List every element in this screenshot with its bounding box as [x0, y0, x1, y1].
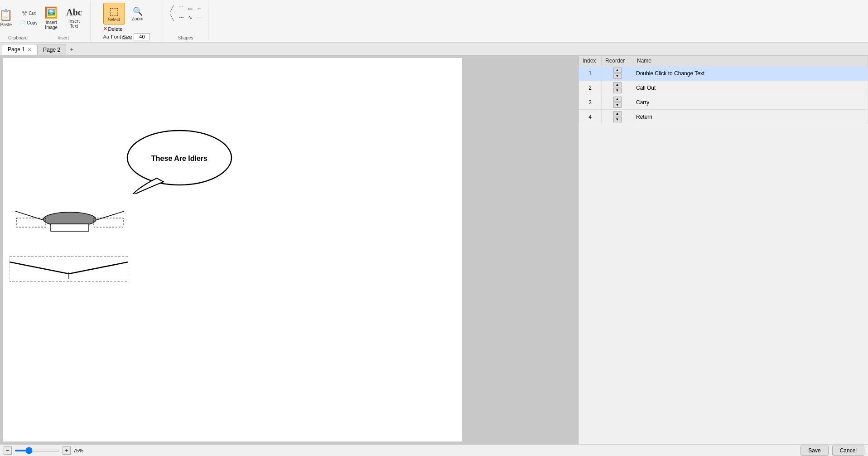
layer-index: 2	[579, 81, 602, 95]
zoom-label: Zoom	[132, 16, 144, 21]
layer-table: Index Reorder Name 1▲▼Double Click to Ch…	[579, 55, 868, 124]
delete-label: Delete	[108, 26, 123, 32]
zoom-slider[interactable]	[14, 450, 60, 451]
svg-line-2	[15, 211, 47, 221]
tools-group: ⬚ Select 🔍 Zoom ✕ Delete Aa Font Size To…	[91, 1, 163, 41]
svg-line-9	[69, 262, 128, 274]
layer-index: 4	[579, 110, 602, 124]
zoom-in-button[interactable]: +	[63, 446, 71, 455]
layer-reorder: ▲▼	[602, 95, 633, 110]
svg-line-3	[92, 211, 124, 221]
shape-curve-button[interactable]: ∿	[186, 14, 194, 22]
insert-label: Insert	[36, 35, 90, 40]
clipboard-label: Clipboard	[0, 35, 36, 40]
status-bar: − + 75% Save Cancel	[0, 444, 868, 456]
paste-label: Paste	[0, 22, 12, 27]
shapes-grid: ╱ ⌒ ▭ ⌐ ╲ 〜 ∿ —	[168, 5, 203, 22]
svg-text:These Are Idlers: These Are Idlers	[151, 155, 207, 162]
return-idler	[10, 252, 128, 284]
carry-idler	[15, 198, 124, 238]
layer-index: 3	[579, 95, 602, 110]
layer-down-button[interactable]: ▼	[613, 88, 622, 93]
select-label: Select	[108, 17, 121, 22]
tab-page1-close[interactable]: ✕	[28, 47, 31, 52]
layer-row[interactable]: 1▲▼Double Click to Change Text	[579, 66, 868, 81]
paste-icon: 📋	[0, 9, 13, 21]
shape-slash-button[interactable]: ╲	[168, 14, 176, 22]
clipboard-group: 📋 Paste ✂️ Cut 📄 Copy Clipboard	[0, 1, 36, 41]
tab-page1[interactable]: Page 1 ✕	[2, 44, 37, 55]
layer-row[interactable]: 2▲▼Call Out	[579, 81, 868, 95]
layer-name: Double Click to Change Text	[633, 66, 868, 81]
layer-row[interactable]: 3▲▼Carry	[579, 95, 868, 110]
layer-tbody: 1▲▼Double Click to Change Text2▲▼Call Ou…	[579, 66, 868, 124]
svg-rect-5	[51, 224, 89, 231]
zoom-percent-label: 75%	[73, 448, 83, 453]
select-button[interactable]: ⬚ Select	[103, 3, 125, 24]
shape-arc-button[interactable]: ⌒	[177, 5, 185, 13]
layer-reorder: ▲▼	[602, 66, 633, 81]
shape-line-button[interactable]: ╱	[168, 5, 176, 13]
col-index: Index	[579, 56, 602, 66]
status-right: Save Cancel	[800, 446, 864, 456]
zoom-button[interactable]: 🔍 Zoom	[127, 3, 149, 24]
col-reorder: Reorder	[602, 56, 633, 66]
layer-index: 1	[579, 66, 602, 81]
layer-reorder: ▲▼	[602, 110, 633, 124]
tab-page2-label: Page 2	[43, 47, 60, 53]
insert-image-label: Insert Image	[45, 20, 58, 30]
zoom-out-button[interactable]: −	[4, 446, 12, 455]
text-icon: Abc	[66, 7, 82, 18]
tab-page2[interactable]: Page 2	[37, 44, 66, 55]
shape-bracket-button[interactable]: ⌐	[195, 5, 203, 13]
zoom-icon: 🔍	[133, 6, 143, 16]
canvas-area[interactable]: These Are Idlers	[0, 55, 578, 444]
cancel-button[interactable]: Cancel	[832, 446, 864, 456]
insert-image-button[interactable]: 🖼️ Insert Image	[41, 4, 61, 32]
layer-down-button[interactable]: ▼	[613, 73, 622, 79]
insert-text-button[interactable]: Abc Insert Text	[63, 4, 85, 32]
layer-down-button[interactable]: ▼	[613, 117, 622, 122]
select-icon: ⬚	[109, 5, 119, 17]
layer-name: Carry	[633, 95, 868, 110]
layer-down-button[interactable]: ▼	[613, 102, 622, 108]
layer-name: Call Out	[633, 81, 868, 95]
copy-icon: 📄	[20, 20, 25, 25]
layer-up-button[interactable]: ▲	[613, 111, 622, 116]
tools-label: Tools	[91, 35, 163, 40]
layer-up-button[interactable]: ▲	[613, 97, 622, 102]
paste-button[interactable]: 📋 Paste	[0, 4, 16, 32]
main-area: These Are Idlers	[0, 55, 868, 444]
tab-add-button[interactable]: +	[66, 44, 77, 55]
shape-rect-button[interactable]: ▭	[186, 5, 194, 13]
cut-label: Cut	[29, 11, 36, 16]
col-name: Name	[633, 56, 868, 66]
layer-reorder: ▲▼	[602, 81, 633, 95]
layer-up-button[interactable]: ▲	[613, 68, 622, 73]
layer-row[interactable]: 4▲▼Return	[579, 110, 868, 124]
layer-name: Return	[633, 110, 868, 124]
insert-text-label: Insert Text	[68, 19, 80, 29]
status-left: − + 75%	[4, 446, 83, 455]
cut-icon: ✂️	[22, 11, 27, 16]
shapes-label: Shapes	[163, 35, 208, 40]
save-button[interactable]: Save	[800, 446, 828, 456]
right-panel: Index Reorder Name 1▲▼Double Click to Ch…	[578, 55, 868, 444]
toolbar: 📋 Paste ✂️ Cut 📄 Copy Clipboard 🖼️ Inser…	[0, 0, 868, 43]
image-icon: 🖼️	[44, 6, 58, 19]
svg-line-8	[10, 262, 69, 274]
shape-wave-button[interactable]: 〜	[177, 14, 185, 22]
layer-up-button[interactable]: ▲	[613, 82, 622, 87]
canvas[interactable]: These Are Idlers	[3, 58, 462, 441]
tab-page1-label: Page 1	[8, 46, 25, 53]
shapes-group: ╱ ⌒ ▭ ⌐ ╲ 〜 ∿ — Shapes	[163, 1, 208, 41]
shape-dash-button[interactable]: —	[195, 14, 203, 22]
insert-group: 🖼️ Insert Image Abc Insert Text Insert	[36, 1, 91, 41]
callout-bubble: These Are Idlers	[125, 128, 243, 194]
